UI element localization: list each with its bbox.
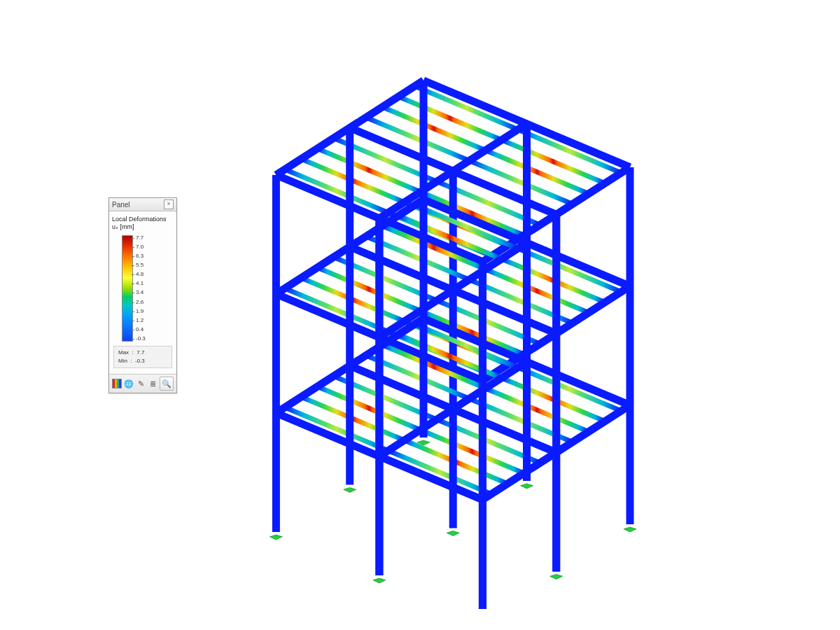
scale-tick: 1.2 — [136, 318, 146, 323]
scale-tick: 3.4 — [136, 290, 146, 295]
zoom-icon[interactable]: 🔍 — [160, 377, 174, 391]
scale-tick: 0.4 — [136, 327, 146, 332]
panel-toolbar: 🌐 ✎ ≣ 🔍 — [109, 374, 176, 393]
color-scale-bar — [122, 235, 133, 342]
results-panel[interactable]: Panel × Local Deformations uₓ [mm] 7.77.… — [108, 197, 177, 393]
svg-marker-108 — [624, 527, 636, 532]
scale-tick: 4.8 — [136, 272, 146, 277]
panel-body: Local Deformations uₓ [mm] 7.77.06.35.54… — [109, 211, 176, 374]
structure-view[interactable] — [182, 14, 693, 609]
svg-marker-103 — [344, 488, 356, 493]
color-scale-ticks: 7.77.06.35.54.84.13.42.61.91.20.4-0.3 — [136, 235, 146, 342]
scale-tick: 7.7 — [136, 235, 146, 241]
panel-title: Panel — [112, 201, 130, 209]
svg-marker-104 — [270, 535, 282, 540]
scale-tick: -0.3 — [136, 336, 146, 342]
close-icon[interactable]: × — [164, 200, 174, 209]
svg-marker-109 — [550, 574, 563, 579]
color-scale-icon[interactable] — [112, 379, 122, 388]
scale-tick: 7.0 — [136, 244, 146, 250]
panel-header[interactable]: Panel × — [109, 198, 176, 211]
scale-tick: 1.9 — [136, 309, 146, 314]
result-component-label: uₓ [mm] — [112, 223, 174, 231]
extremes-box: Max : 7.7 Min : -0.3 — [113, 346, 172, 368]
list-icon[interactable]: ≣ — [148, 379, 158, 388]
max-label: Max — [118, 349, 129, 356]
globe-icon[interactable]: 🌐 — [124, 379, 134, 388]
max-value: 7.7 — [136, 349, 144, 356]
scale-tick: 6.3 — [136, 253, 146, 259]
min-row: Min : -0.3 — [118, 357, 167, 365]
edit-icon[interactable]: ✎ — [136, 379, 146, 388]
svg-marker-107 — [373, 578, 386, 583]
result-type-label: Local Deformations — [112, 216, 174, 223]
structure-svg — [182, 14, 693, 609]
viewport: Panel × Local Deformations uₓ [mm] 7.77.… — [0, 0, 840, 630]
scale-tick: 4.1 — [136, 281, 146, 286]
max-row: Max : 7.7 — [118, 349, 167, 357]
min-label: Min — [118, 358, 127, 364]
color-scale: 7.77.06.35.54.84.13.42.61.91.20.4-0.3 — [112, 235, 174, 342]
min-value: -0.3 — [135, 358, 145, 364]
svg-marker-105 — [521, 484, 533, 489]
scale-tick: 5.5 — [136, 262, 146, 268]
scale-tick: 2.6 — [136, 300, 146, 305]
svg-marker-106 — [447, 531, 459, 536]
